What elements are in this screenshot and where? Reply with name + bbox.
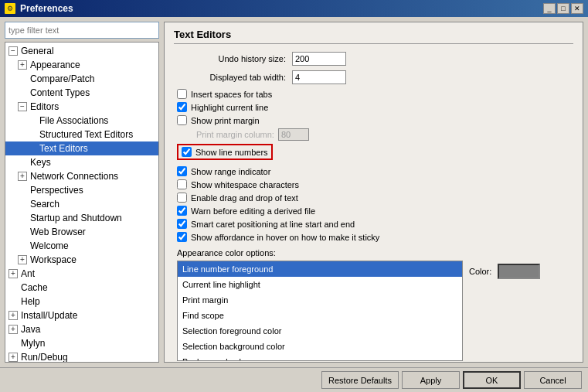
checkbox-row-highlight-line: Highlight current line (174, 102, 573, 112)
checkbox-label-warn-editing: Warn before editing a derived file (191, 206, 315, 216)
tree-item-network-connections[interactable]: +Network Connections (5, 169, 158, 183)
checkbox-smart-caret[interactable] (177, 219, 187, 229)
checkbox-label-show-range-indicator: Show range indicator (191, 167, 270, 176)
close-button[interactable]: ✕ (571, 3, 583, 14)
cancel-button[interactable]: Cancel (524, 371, 582, 389)
tree-item-label-install-update: Install/Update (21, 309, 77, 322)
tree-item-appearance[interactable]: +Appearance (5, 58, 158, 72)
tree-item-label-content-types: Content Types (30, 87, 90, 99)
checkbox-show-range-indicator[interactable] (177, 166, 187, 176)
tree-item-label-file-associations: File Associations (39, 114, 108, 127)
left-panel: −General+AppearanceCompare/PatchContent … (5, 22, 159, 363)
tree-item-label-general: General (21, 45, 54, 57)
color-option-current-line-highlight[interactable]: Current line highlight (178, 277, 462, 292)
checkbox-row-show-whitespace: Show whitespace characters (174, 179, 573, 189)
tree-item-label-perspectives: Perspectives (30, 184, 83, 196)
checkbox-enable-drag-drop[interactable] (177, 193, 187, 203)
tree-item-install-update[interactable]: +Install/Update (5, 308, 158, 322)
checkbox-show-whitespace[interactable] (177, 179, 187, 189)
tree-item-welcome[interactable]: Welcome (5, 239, 158, 253)
search-input[interactable] (5, 22, 159, 39)
tree-item-search[interactable]: Search (5, 197, 158, 211)
title-bar-text: Preferences (20, 3, 539, 14)
tree-item-perspectives[interactable]: Perspectives (5, 183, 158, 197)
checkboxes-container: Insert spaces for tabsHighlight current … (174, 89, 573, 242)
restore-defaults-button[interactable]: Restore Defaults (321, 371, 399, 389)
checkbox-label-enable-drag-drop: Enable drag and drop of text (191, 193, 298, 203)
checkbox-label-smart-caret: Smart caret positioning at line start an… (191, 220, 355, 229)
tree-item-label-compare-patch: Compare/Patch (30, 73, 94, 85)
tree-item-general[interactable]: −General (5, 44, 158, 58)
color-option-background-color[interactable]: Background color (178, 354, 462, 361)
tree-item-label-help: Help (21, 295, 40, 308)
color-swatch-button[interactable] (498, 264, 540, 279)
checkbox-show-affordance[interactable] (177, 232, 187, 242)
color-row: Color: (469, 264, 540, 279)
tree-item-compare-patch[interactable]: Compare/Patch (5, 72, 158, 86)
tab-width-input[interactable] (292, 70, 346, 84)
tree-item-label-ant: Ant (21, 268, 35, 280)
panel-title: Text Editors (174, 29, 573, 44)
tree-item-label-search: Search (30, 198, 59, 210)
dialog-body: −General+AppearanceCompare/PatchContent … (0, 17, 588, 392)
tree-item-cache[interactable]: Cache (5, 281, 158, 295)
undo-history-label: Undo history size: (174, 54, 286, 63)
color-option-selection-bg[interactable]: Selection background color (178, 339, 462, 354)
color-option-find-scope[interactable]: Find scope (178, 308, 462, 323)
undo-history-row: Undo history size: (174, 52, 573, 66)
tree-item-web-browser[interactable]: Web Browser (5, 225, 158, 239)
undo-history-input[interactable] (292, 52, 346, 66)
minimize-button[interactable]: _ (543, 3, 556, 14)
tree-item-label-structured-text: Structured Text Editors (39, 128, 133, 141)
checkbox-label-insert-spaces: Insert spaces for tabs (191, 90, 272, 99)
tree-item-label-cache: Cache (21, 281, 48, 294)
tree-item-run-debug[interactable]: +Run/Debug (5, 350, 158, 363)
tree-item-workspace[interactable]: +Workspace (5, 253, 158, 267)
title-bar-buttons: _ □ ✕ (543, 3, 583, 14)
checkbox-label-show-print-margin: Show print margin (191, 116, 260, 125)
color-option-print-margin-color[interactable]: Print margin (178, 292, 462, 308)
tree-item-label-mylyn: Mylyn (21, 337, 45, 349)
checkbox-label-highlight-line: Highlight current line (191, 103, 268, 112)
checkbox-label-show-affordance: Show affordance in hover on how to make … (191, 233, 379, 242)
checkbox-row-warn-editing: Warn before editing a derived file (174, 206, 573, 216)
tree-item-structured-text[interactable]: Structured Text Editors (5, 128, 158, 141)
apply-button[interactable]: Apply (402, 371, 460, 389)
checkbox-row-show-print-margin: Show print margin (174, 115, 573, 125)
tree-item-label-workspace: Workspace (30, 254, 76, 266)
appearance-label: Appearance color options: (177, 248, 573, 257)
tab-width-row: Displayed tab width: (174, 70, 573, 84)
tree-item-editors[interactable]: −Editors (5, 100, 158, 114)
checkbox-show-print-margin[interactable] (177, 115, 187, 125)
color-label: Color: (469, 267, 491, 276)
color-option-selection-fg[interactable]: Selection foreground color (178, 323, 462, 339)
checkbox-row-show-affordance: Show affordance in hover on how to make … (174, 232, 573, 242)
show-line-numbers-checkbox[interactable] (182, 147, 192, 157)
ok-button[interactable]: OK (463, 371, 521, 389)
checkbox-row-enable-drag-drop: Enable drag and drop of text (174, 193, 573, 203)
tree-item-label-run-debug: Run/Debug (21, 351, 68, 363)
tree-item-content-types[interactable]: Content Types (5, 86, 158, 100)
tree-item-help[interactable]: Help (5, 295, 158, 308)
color-option-line-number-fg[interactable]: Line number foreground (178, 261, 462, 277)
checkbox-row-insert-spaces: Insert spaces for tabs (174, 89, 573, 99)
tree-item-text-editors[interactable]: Text Editors (5, 141, 158, 155)
maximize-button[interactable]: □ (557, 3, 569, 14)
tree-item-label-welcome: Welcome (30, 240, 69, 252)
show-line-numbers-label: Show line numbers (195, 148, 268, 157)
app-icon: ⚙ (5, 3, 15, 14)
tree-item-keys[interactable]: Keys (5, 155, 158, 169)
tree-item-label-text-editors: Text Editors (39, 142, 88, 155)
tree-item-file-associations[interactable]: File Associations (5, 114, 158, 128)
checkbox-warn-editing[interactable] (177, 206, 187, 216)
checkbox-highlight-line[interactable] (177, 102, 187, 112)
tree-item-mylyn[interactable]: Mylyn (5, 336, 158, 350)
tree-view: −General+AppearanceCompare/PatchContent … (5, 42, 159, 363)
print-margin-label: Print margin column: (196, 130, 274, 139)
tree-item-java[interactable]: +Java (5, 322, 158, 336)
checkbox-insert-spaces[interactable] (177, 89, 187, 99)
tree-item-ant[interactable]: +Ant (5, 267, 158, 281)
tree-item-label-keys: Keys (30, 156, 51, 169)
tree-item-startup-shutdown[interactable]: Startup and Shutdown (5, 211, 158, 225)
bottom-bar: Restore Defaults Apply OK Cancel (0, 367, 588, 392)
